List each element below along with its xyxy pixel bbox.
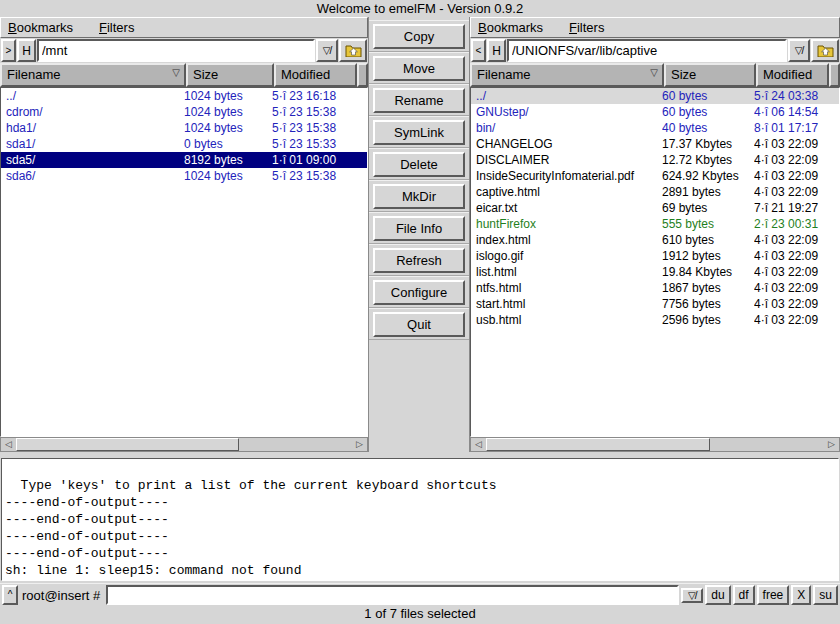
collapse-output-button[interactable]: ^ <box>2 585 18 605</box>
mkdir-button[interactable]: MkDir <box>373 184 465 209</box>
x-button[interactable]: X <box>791 585 811 605</box>
table-row[interactable]: list.html19.84 Kbytes4·î 03 22:09 <box>471 264 839 280</box>
table-row[interactable]: hda1/1024 bytes5·î 23 15:38 <box>1 120 367 136</box>
column-header-size[interactable]: Size <box>664 63 756 87</box>
table-row[interactable]: sda5/8192 bytes1·î 01 09:00 <box>1 152 367 168</box>
cell: 624.92 Kbytes <box>662 168 754 184</box>
du-button[interactable]: du <box>705 585 730 605</box>
column-header-modified[interactable]: Modified <box>274 63 357 87</box>
rename-button[interactable]: Rename <box>373 88 465 113</box>
cell: list.html <box>471 264 662 280</box>
command-bar: ^ root@insert # ▽/ du df free X su <box>0 583 840 606</box>
command-history-dropdown[interactable]: ▽/ <box>681 588 703 603</box>
table-row[interactable]: captive.html2891 bytes4·î 03 22:09 <box>471 184 839 200</box>
cell: 4·î 03 22:09 <box>754 136 839 152</box>
table-row[interactable]: CHANGELOG17.37 Kbytes4·î 03 22:09 <box>471 136 839 152</box>
refresh-button[interactable]: Refresh <box>373 248 465 273</box>
scroll-right-icon[interactable]: ▷ <box>352 438 367 451</box>
scrollbar-thumb[interactable] <box>486 438 710 451</box>
right-file-list[interactable]: ../60 bytes5·î 24 03:38GNUstep/60 bytes4… <box>470 87 840 437</box>
table-row[interactable]: start.html7756 bytes4·î 03 22:09 <box>471 296 839 312</box>
cell: 5·î 23 15:38 <box>272 120 367 136</box>
active-panel-arrow[interactable]: < <box>471 39 486 62</box>
cell: index.html <box>471 232 662 248</box>
table-row[interactable]: bin/40 bytes8·î 01 17:17 <box>471 120 839 136</box>
table-row[interactable]: index.html610 bytes4·î 03 22:09 <box>471 232 839 248</box>
table-row[interactable]: GNUstep/60 bytes4·î 06 14:54 <box>471 104 839 120</box>
cell: 5·î 23 15:38 <box>272 168 367 184</box>
active-panel-arrow[interactable]: > <box>1 39 16 62</box>
cell: 5·î 23 15:38 <box>272 104 367 120</box>
command-prompt: root@insert # <box>22 588 100 603</box>
folder-up-icon <box>817 44 834 57</box>
left-path-row: > H ▽/ <box>0 38 368 63</box>
su-button[interactable]: su <box>813 585 838 605</box>
file-info-button[interactable]: File Info <box>373 216 465 241</box>
cell: eicar.txt <box>471 200 662 216</box>
path-input[interactable] <box>507 39 787 62</box>
cell: 69 bytes <box>662 200 754 216</box>
table-row[interactable]: ../60 bytes5·î 24 03:38 <box>471 88 839 104</box>
output-text: Type 'keys' to print a list of the curre… <box>5 478 497 578</box>
cell: 4·î 03 22:09 <box>754 232 839 248</box>
cell: islogo.gif <box>471 248 662 264</box>
table-row[interactable]: huntFirefox555 bytes2·î 23 00:31 <box>471 216 839 232</box>
table-row[interactable]: ntfs.html1867 bytes4·î 03 22:09 <box>471 280 839 296</box>
copy-button[interactable]: Copy <box>373 24 465 49</box>
left-file-list[interactable]: ../1024 bytes5·î 23 16:18cdrom/1024 byte… <box>0 87 368 437</box>
column-header-filename[interactable]: Filename ▽ <box>0 63 186 87</box>
table-row[interactable]: usb.html2596 bytes4·î 03 22:09 <box>471 312 839 328</box>
configure-button[interactable]: Configure <box>373 280 465 305</box>
action-toolbar: Copy Move Rename SymLink Delete MkDir Fi… <box>368 17 470 452</box>
parent-dir-button[interactable] <box>811 39 839 62</box>
cell: 2596 bytes <box>662 312 754 328</box>
scroll-left-icon[interactable]: ◁ <box>1 438 16 451</box>
scrollbar-thumb[interactable] <box>16 438 239 451</box>
scrollbar-track[interactable] <box>710 438 824 451</box>
menu-filters[interactable]: Filters <box>569 20 604 35</box>
right-horizontal-scrollbar[interactable]: ◁ ▷ <box>470 437 840 452</box>
menu-bookmarks[interactable]: Bookmarks <box>8 20 73 35</box>
cell: hda1/ <box>1 120 184 136</box>
scroll-left-icon[interactable]: ◁ <box>471 438 486 451</box>
history-button[interactable]: H <box>487 39 506 62</box>
command-input[interactable] <box>106 585 679 605</box>
table-row[interactable]: islogo.gif1912 bytes4·î 03 22:09 <box>471 248 839 264</box>
path-input[interactable] <box>37 39 315 62</box>
path-dropdown-button[interactable]: ▽/ <box>788 39 810 62</box>
cell: ../ <box>1 88 184 104</box>
df-button[interactable]: df <box>733 585 755 605</box>
column-header-filename[interactable]: Filename ▽ <box>470 63 664 87</box>
table-row[interactable]: DISCLAIMER12.72 Kbytes4·î 03 22:09 <box>471 152 839 168</box>
path-dropdown-button[interactable]: ▽/ <box>316 39 338 62</box>
cell: 4·î 06 14:54 <box>754 104 839 120</box>
cell: GNUstep/ <box>471 104 662 120</box>
free-button[interactable]: free <box>757 585 790 605</box>
table-row[interactable]: eicar.txt69 bytes7·î 21 19:27 <box>471 200 839 216</box>
menu-bookmarks[interactable]: Bookmarks <box>478 20 543 35</box>
cell: 4·î 03 22:09 <box>754 152 839 168</box>
symlink-button[interactable]: SymLink <box>373 120 465 145</box>
table-row[interactable]: sda6/1024 bytes5·î 23 15:38 <box>1 168 367 184</box>
column-header-size[interactable]: Size <box>186 63 274 87</box>
delete-button[interactable]: Delete <box>373 152 465 177</box>
output-console[interactable]: Type 'keys' to print a list of the curre… <box>1 458 839 581</box>
table-row[interactable]: cdrom/1024 bytes5·î 23 15:38 <box>1 104 367 120</box>
scroll-right-icon[interactable]: ▷ <box>824 438 839 451</box>
history-button[interactable]: H <box>17 39 36 62</box>
cell: 60 bytes <box>662 104 754 120</box>
table-row[interactable]: ../1024 bytes5·î 23 16:18 <box>1 88 367 104</box>
cell: 4·î 03 22:09 <box>754 312 839 328</box>
cell: 1024 bytes <box>184 168 272 184</box>
move-button[interactable]: Move <box>373 56 465 81</box>
menu-filters[interactable]: Filters <box>99 20 134 35</box>
parent-dir-button[interactable] <box>339 39 367 62</box>
column-header-modified[interactable]: Modified <box>756 63 829 87</box>
scrollbar-track[interactable] <box>239 438 352 451</box>
cell: 60 bytes <box>662 88 754 104</box>
left-horizontal-scrollbar[interactable]: ◁ ▷ <box>0 437 368 452</box>
cell: 2·î 23 00:31 <box>754 216 839 232</box>
quit-button[interactable]: Quit <box>373 312 465 337</box>
table-row[interactable]: InsideSecurityInfomaterial.pdf624.92 Kby… <box>471 168 839 184</box>
table-row[interactable]: sda1/0 bytes5·î 23 15:33 <box>1 136 367 152</box>
